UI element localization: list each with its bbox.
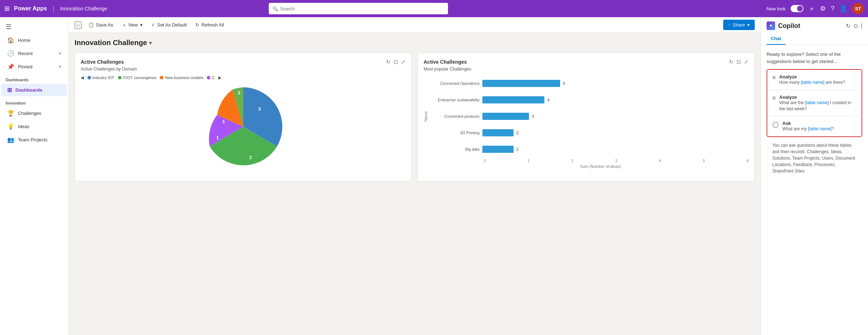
copilot-suggestion-2[interactable]: ◯ Ask What are my [table name]? xyxy=(767,116,862,136)
bar-fill-0 xyxy=(482,80,560,87)
ask-icon: ◯ xyxy=(772,121,779,128)
x-axis-label: Sum (Number of ideas) xyxy=(452,164,749,169)
pie-chart-card: Active Challenges ↻ ⊡ ⤢ Active Challenge… xyxy=(75,53,412,181)
pinned-chevron: ▾ xyxy=(59,64,61,69)
bar-row-1: Enterprise sustainability 4 xyxy=(429,94,749,105)
copilot-close-icon[interactable]: | xyxy=(861,23,862,29)
add-button[interactable]: ＋ xyxy=(809,4,815,13)
y-axis-label: Name xyxy=(424,75,428,157)
back-button[interactable]: ← xyxy=(75,21,82,29)
pie-expand-icon[interactable]: ⤢ xyxy=(401,59,406,65)
legend-item-industry-iot: Industry IOT xyxy=(87,76,114,80)
analyze-icon-0: ≡ xyxy=(772,74,776,81)
copilot-refresh-icon[interactable]: ↻ xyxy=(846,23,850,29)
legend-label-itot: IT/OT convergence xyxy=(123,76,157,80)
dashboard-title-text: Innovation Challenge xyxy=(75,39,147,47)
copilot-settings-icon[interactable]: ⊙ xyxy=(853,23,858,29)
sidebar-item-label-recent: Recent xyxy=(18,51,33,56)
copilot-suggestion-0[interactable]: ≡ Analyze How many [table name] are ther… xyxy=(767,70,862,90)
sidebar-item-ideas[interactable]: 💡 Ideas xyxy=(1,120,67,133)
user-profile-icon[interactable]: 👤 xyxy=(839,5,847,13)
copilot-body: Ready to explore? Select one of the sugg… xyxy=(761,45,868,335)
legend-item-new-biz: New business models xyxy=(160,76,203,80)
legend-label-c: C xyxy=(212,76,215,80)
bar-rows: Connected Operations 5 Enterprise sustai… xyxy=(429,75,749,157)
sidebar-item-label-ideas: Ideas xyxy=(18,124,29,129)
copilot-title: Copilot xyxy=(778,22,800,30)
copilot-tabs: Chat xyxy=(761,33,868,45)
pie-chart-visual: 3 2 1 1 2 xyxy=(81,84,406,170)
suggestion-title-2: Ask xyxy=(782,121,834,126)
bar-fill-4 xyxy=(482,146,514,153)
bar-row-3: 3D Printing 2 xyxy=(429,127,749,138)
suggestion-text-2: What are my [table name]? xyxy=(782,126,834,132)
dashboard-area: Innovation Challenge ▾ Active Challenges… xyxy=(69,33,760,335)
bar-value-2: 3 xyxy=(532,114,534,118)
new-button[interactable]: ＋ New ▾ xyxy=(118,20,146,30)
top-nav: ⊞ Power Apps | Innovation Challenge 🔍 Ne… xyxy=(0,0,868,17)
sidebar-item-challenges[interactable]: 🏆 Challenges xyxy=(1,107,67,120)
ideas-icon: 💡 xyxy=(7,123,14,130)
suggestion-row-0: ≡ Analyze How many [table name] are ther… xyxy=(772,74,857,86)
svg-text:2: 2 xyxy=(249,155,252,160)
pie-chart-title: Active Challenges xyxy=(81,59,124,65)
avatar[interactable]: ST xyxy=(852,3,864,14)
bar-view-icon[interactable]: ⊡ xyxy=(736,59,741,65)
pie-refresh-icon[interactable]: ↻ xyxy=(386,59,391,65)
nav-separator: | xyxy=(53,5,54,13)
bar-fill-1 xyxy=(482,96,544,103)
search-icon: 🔍 xyxy=(272,6,278,11)
save-as-label: Save As xyxy=(96,22,113,28)
sidebar-item-dashboards[interactable]: ⊞ Dashboards xyxy=(1,84,67,96)
save-as-button[interactable]: 📋 Save As xyxy=(85,20,117,30)
sidebar-item-recent[interactable]: 🕒 Recent ▾ xyxy=(1,47,67,60)
suggestion-content-0: Analyze How many [table name] are there? xyxy=(779,74,845,86)
legend-dot-c xyxy=(207,76,210,79)
share-label: Share xyxy=(733,22,745,28)
sidebar-item-pinned[interactable]: 📌 Pinned ▾ xyxy=(1,60,67,73)
grid-icon[interactable]: ⊞ xyxy=(4,5,10,13)
suggestion-row-2: ◯ Ask What are my [table name]? xyxy=(772,121,857,132)
bar-chart-title: Active Challenges xyxy=(424,59,467,65)
new-look-toggle[interactable] xyxy=(791,5,803,12)
new-icon: ＋ xyxy=(122,22,127,28)
sidebar-item-home[interactable]: 🏠 Home xyxy=(1,34,67,47)
copilot-header-actions: ↻ ⊙ | xyxy=(846,23,862,29)
legend-dot-itot xyxy=(118,76,121,79)
new-chevron-icon: ▾ xyxy=(140,22,143,28)
set-as-default-button[interactable]: ✓ Set As Default xyxy=(148,20,190,30)
pie-view-icon[interactable]: ⊡ xyxy=(394,59,398,65)
copilot-title-row: ✦ Copilot xyxy=(767,21,800,30)
search-bar[interactable]: 🔍 xyxy=(269,3,448,14)
bar-row-4: Big data 2 xyxy=(429,144,749,155)
copilot-suggestions: ≡ Analyze How many [table name] are ther… xyxy=(767,69,862,137)
charts-row: Active Challenges ↻ ⊡ ⤢ Active Challenge… xyxy=(75,53,755,181)
bar-value-4: 2 xyxy=(516,147,519,151)
bar-expand-icon[interactable]: ⤢ xyxy=(744,59,749,65)
legend-next-icon[interactable]: ▶ xyxy=(218,75,221,80)
sidebar-item-team-projects[interactable]: 👥 Team Projects xyxy=(1,133,67,146)
check-icon: ✓ xyxy=(151,22,155,28)
legend-prev-icon[interactable]: ◀ xyxy=(81,75,84,80)
nav-right: New look ＋ ⚙ ? 👤 ST xyxy=(767,3,864,14)
bar-chart-visual: Name Connected Operations 5 Enterprise s… xyxy=(424,75,749,175)
suggestion-content-2: Ask What are my [table name]? xyxy=(782,121,834,132)
sidebar-item-label-home: Home xyxy=(18,38,30,43)
bar-refresh-icon[interactable]: ↻ xyxy=(729,59,734,65)
search-input[interactable] xyxy=(280,6,444,11)
share-button[interactable]: ↑ Share ▾ xyxy=(723,20,755,30)
main-layout: ☰ 🏠 Home 🕒 Recent ▾ 📌 Pinned ▾ Dashboard… xyxy=(0,17,868,335)
copilot-tab-chat[interactable]: Chat xyxy=(767,33,786,45)
legend-dot-new-biz xyxy=(160,76,163,79)
bar-value-0: 5 xyxy=(563,81,565,86)
settings-icon[interactable]: ⚙ xyxy=(820,5,826,13)
dashboard-title-chevron[interactable]: ▾ xyxy=(149,40,152,46)
bar-fill-2 xyxy=(482,113,529,120)
challenges-icon: 🏆 xyxy=(7,110,14,117)
content-area: ← 📋 Save As ＋ New ▾ ✓ Set As Default ↻ R… xyxy=(69,17,760,335)
help-icon[interactable]: ? xyxy=(831,5,834,13)
bar-row-0: Connected Operations 5 xyxy=(429,78,749,89)
copilot-suggestion-1[interactable]: ≡ Analyze What are the [table name] I cr… xyxy=(767,90,862,117)
refresh-all-button[interactable]: ↻ Refresh All xyxy=(192,20,228,30)
sidebar-collapse-button[interactable]: ☰ xyxy=(0,20,68,34)
